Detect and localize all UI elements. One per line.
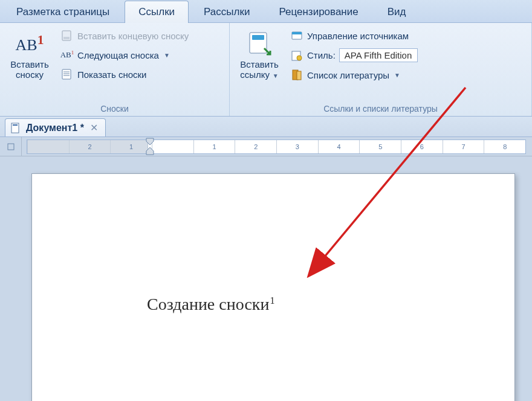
style-value-box[interactable]: APA Fifth Edition [339, 48, 418, 62]
svg-point-11 [297, 56, 302, 60]
footnote-reference: 1 [270, 295, 274, 306]
tab-page-layout[interactable]: Разметка страницы [2, 1, 123, 23]
endnote-icon [60, 29, 74, 42]
group-citations-label: Ссылки и списки литературы [236, 103, 525, 115]
bibliography-button[interactable]: Список литературы ▼ [288, 67, 420, 83]
document-name: Документ1 [26, 123, 77, 133]
group-citations: Вставить ссылку ▼ Управление источникам … [230, 23, 532, 116]
ruler-ticks: 2 1 1 2 3 4 5 6 7 8 [27, 140, 525, 153]
manage-sources-label: Управление источникам [307, 31, 409, 41]
next-footnote-icon: AB1 [60, 48, 74, 62]
insert-citation-icon [245, 29, 274, 58]
svg-rect-15 [13, 124, 18, 126]
ruler-tick: 2 [69, 140, 111, 153]
insert-footnote-button[interactable]: AB1 Вставить сноску [6, 27, 53, 83]
bibliography-label: Список литературы [307, 70, 389, 80]
svg-rect-7 [252, 35, 264, 40]
chevron-down-icon: ▼ [394, 72, 400, 79]
show-notes-button[interactable]: Показать сноски [58, 66, 191, 82]
footnote-ab-icon: AB1 [15, 29, 44, 58]
workspace: 2 1 1 2 3 4 5 6 7 8 Создание сноски [0, 137, 532, 401]
manage-sources-button[interactable]: Управление источникам [288, 28, 420, 43]
tab-review[interactable]: Рецензирование [265, 1, 372, 23]
insert-endnote-button[interactable]: Вставить концевую сноску [58, 28, 191, 43]
style-icon [290, 49, 303, 62]
svg-rect-2 [62, 69, 71, 79]
ruler-corner-button[interactable] [0, 137, 22, 156]
document-tab[interactable]: Документ1 * ✕ [5, 118, 106, 136]
chevron-down-icon: ▼ [164, 52, 170, 59]
ruler-tick: 2 [235, 140, 276, 153]
show-notes-label: Показать сноски [77, 69, 147, 80]
document-tab-bar: Документ1 * ✕ [0, 117, 532, 137]
svg-rect-9 [292, 32, 302, 34]
document-page[interactable]: Создание сноски1 [31, 173, 515, 401]
ruler-tick: 3 [276, 140, 318, 153]
next-footnote-label: Следующая сноска [77, 50, 159, 60]
ribbon: AB1 Вставить сноску Вставить концевую сн… [0, 23, 532, 117]
ruler-tick: 8 [484, 140, 525, 153]
ruler-tick: 6 [401, 140, 443, 153]
style-label: Стиль: [307, 50, 336, 60]
close-icon[interactable]: ✕ [89, 122, 99, 133]
tab-view[interactable]: Вид [374, 1, 420, 23]
citation-style-control[interactable]: Стиль: APA Fifth Edition [288, 47, 420, 63]
show-notes-icon [60, 68, 74, 81]
indent-marker-icon[interactable] [146, 138, 154, 157]
insert-endnote-label: Вставить концевую сноску [77, 31, 189, 41]
svg-marker-18 [146, 147, 154, 155]
svg-rect-1 [63, 37, 70, 39]
ribbon-tabs: Разметка страницы Ссылки Рассылки Реценз… [0, 0, 532, 23]
page-text: Создание сноски1 [147, 295, 274, 314]
insert-footnote-label-2: сноску [16, 69, 44, 80]
ruler-row: 2 1 1 2 3 4 5 6 7 8 [0, 137, 532, 156]
svg-marker-17 [146, 138, 154, 145]
document-modified-indicator: * [80, 123, 84, 133]
horizontal-ruler[interactable]: 2 1 1 2 3 4 5 6 7 8 [27, 140, 526, 154]
ruler-tick: 4 [318, 140, 360, 153]
tab-mailings[interactable]: Рассылки [190, 1, 264, 23]
ruler-tick [27, 140, 69, 153]
insert-citation-label-1: Вставить [240, 59, 279, 69]
svg-rect-16 [8, 144, 14, 150]
ruler-tick [152, 140, 193, 153]
document-icon [10, 123, 21, 133]
ruler-tick: 1 [193, 140, 235, 153]
next-footnote-button[interactable]: AB1 Следующая сноска ▼ [58, 47, 191, 63]
chevron-down-icon: ▼ [271, 72, 279, 79]
insert-footnote-label-1: Вставить [10, 59, 49, 69]
svg-rect-13 [297, 71, 301, 80]
group-footnotes: AB1 Вставить сноску Вставить концевую сн… [0, 23, 230, 116]
bibliography-icon [290, 68, 303, 82]
ruler-tick: 7 [443, 140, 484, 153]
tab-references[interactable]: Ссылки [125, 1, 189, 23]
group-footnotes-label: Сноски [6, 103, 223, 115]
insert-citation-label-2: ссылку [240, 69, 270, 80]
ruler-tick: 5 [359, 140, 401, 153]
manage-sources-icon [290, 29, 303, 42]
insert-citation-button[interactable]: Вставить ссылку ▼ [236, 27, 283, 83]
